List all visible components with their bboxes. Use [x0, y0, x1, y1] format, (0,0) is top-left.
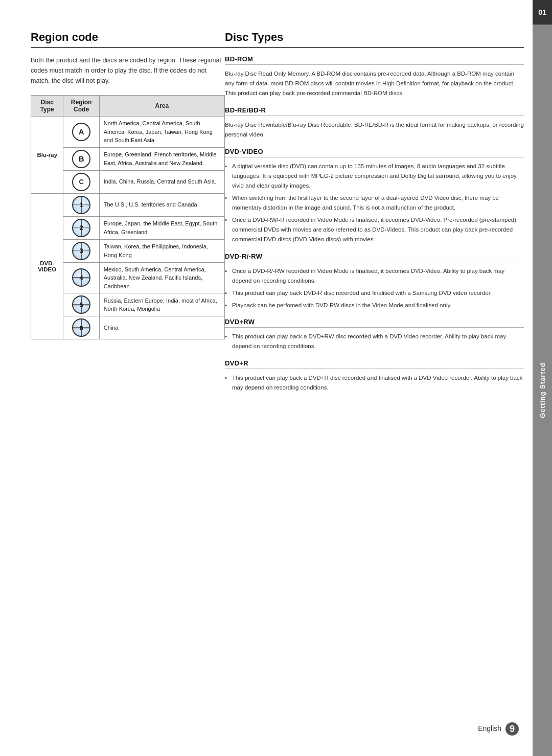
right-column: Disc Types BD-ROM Blu-ray Disc Read Only… [225, 31, 524, 725]
area-3: Taiwan, Korea, the Philippines, Indonesi… [99, 239, 224, 262]
region-icon-2: 2 [72, 219, 90, 237]
globe-number-1: 1 [79, 201, 83, 209]
bd-re-bd-r-heading: BD-RE/BD-R [225, 106, 524, 116]
area-4: Mexico, South America, Central America, … [99, 262, 224, 293]
list-item: When switching from the first layer to t… [225, 193, 524, 213]
disc-type-bluray: Blu-ray [31, 117, 63, 194]
region-icon-4: 4 [72, 268, 90, 287]
disc-section-dvd-plus-rw: DVD+RW This product can play back a DVD+… [225, 318, 524, 351]
region-icon-2-cell: 2 [63, 216, 99, 239]
dvd-plus-r-heading: DVD+R [225, 359, 524, 369]
table-row: DVD-VIDEO 1 The U.S., U.S. territories a… [31, 193, 225, 216]
globe-number-2: 2 [79, 224, 83, 232]
area-1: The U.S., U.S. territories and Canada [99, 193, 224, 216]
area-5: Russia, Eastern Europe, India, most of A… [99, 293, 224, 316]
region-code-intro: Both the product and the discs are coded… [31, 55, 225, 86]
disc-type-dvd-video: DVD-VIDEO [31, 193, 63, 339]
chapter-number: 01 [533, 0, 552, 25]
region-icon-a: A [72, 123, 90, 141]
dvd-plus-rw-list: This product can play back a DVD+RW disc… [225, 332, 524, 351]
chapter-label: Getting Started [533, 25, 552, 756]
bd-rom-heading: BD-ROM [225, 55, 524, 65]
disc-section-dvd-video: DVD-VIDEO A digital versatile disc (DVD)… [225, 148, 524, 244]
footer-language: English [478, 724, 501, 732]
region-icon-5-cell: 5 [63, 293, 99, 316]
dvd-video-list: A digital versatile disc (DVD) can conta… [225, 162, 524, 244]
region-icon-6: 6 [72, 318, 90, 337]
disc-types-title: Disc Types [225, 31, 524, 48]
table-header-region-code: Region Code [63, 96, 99, 117]
side-tab: 01 Getting Started [533, 0, 552, 756]
list-item: Once a DVD-RW/-R recorded in Video Mode … [225, 215, 524, 244]
left-column: Region code Both the product and the dis… [31, 31, 225, 725]
globe-number-6: 6 [79, 324, 83, 332]
region-code-title: Region code [31, 31, 225, 48]
region-icon-3-cell: 3 [63, 239, 99, 262]
area-b: Europe, Greenland, French territories, M… [99, 147, 224, 170]
disc-section-bd-rom: BD-ROM Blu-ray Disc Read Only Memory. A … [225, 55, 524, 98]
page-number: 9 [505, 722, 519, 736]
region-icon-6-cell: 6 [63, 316, 99, 339]
bd-rom-text: Blu-ray Disc Read Only Memory. A BD-ROM … [225, 69, 524, 98]
dvd-r-rw-list: Once a DVD-R/-RW recorded in Video Mode … [225, 266, 524, 310]
list-item: This product can play back a DVD+R disc … [225, 373, 524, 393]
globe-number-4: 4 [79, 274, 83, 282]
globe-number-5: 5 [79, 301, 83, 309]
region-icon-c-cell: C [63, 170, 99, 193]
list-item: Playback can be perfomed with DVD-RW dis… [225, 301, 524, 310]
footer: English 9 [478, 722, 519, 736]
region-icon-1-cell: 1 [63, 193, 99, 216]
area-c: India, China, Russia, Central and South … [99, 170, 224, 193]
disc-section-dvd-r-rw: DVD-R/-RW Once a DVD-R/-RW recorded in V… [225, 253, 524, 310]
list-item: This product can play back a DVD+RW disc… [225, 332, 524, 351]
area-2: Europe, Japan, the Middle East, Egypt, S… [99, 216, 224, 239]
region-icon-5: 5 [72, 295, 90, 314]
table-row: Blu-ray A North America, Central America… [31, 117, 225, 148]
dvd-plus-rw-heading: DVD+RW [225, 318, 524, 328]
globe-number-3: 3 [79, 247, 83, 255]
region-icon-a-cell: A [63, 117, 99, 148]
region-icon-b: B [72, 150, 90, 168]
list-item: A digital versatile disc (DVD) can conta… [225, 162, 524, 191]
area-a: North America, Central America, South Am… [99, 117, 224, 148]
disc-section-dvd-plus-r: DVD+R This product can play back a DVD+R… [225, 359, 524, 393]
disc-section-bd-re-bd-r: BD-RE/BD-R Blu-ray Disc Rewritable/Blu-r… [225, 106, 524, 140]
region-icon-3: 3 [72, 242, 90, 260]
region-icon-4-cell: 4 [63, 262, 99, 293]
page: Region code Both the product and the dis… [0, 0, 552, 756]
region-icon-c: C [72, 173, 90, 191]
list-item: This product can play back DVD-R disc re… [225, 288, 524, 298]
region-icon-b-cell: B [63, 147, 99, 170]
bd-re-bd-r-text: Blu-ray Disc Rewritable/Blu-ray Disc Rec… [225, 120, 524, 140]
area-6: China [99, 316, 224, 339]
table-header-area: Area [99, 96, 224, 117]
table-header-disc-type: Disc Type [31, 96, 63, 117]
list-item: Once a DVD-R/-RW recorded in Video Mode … [225, 266, 524, 286]
dvd-r-rw-heading: DVD-R/-RW [225, 253, 524, 262]
dvd-plus-r-list: This product can play back a DVD+R disc … [225, 373, 524, 393]
dvd-video-heading: DVD-VIDEO [225, 148, 524, 157]
region-code-table: Disc Type Region Code Area Blu-ray A Nor… [31, 95, 225, 339]
region-icon-1: 1 [72, 196, 90, 214]
